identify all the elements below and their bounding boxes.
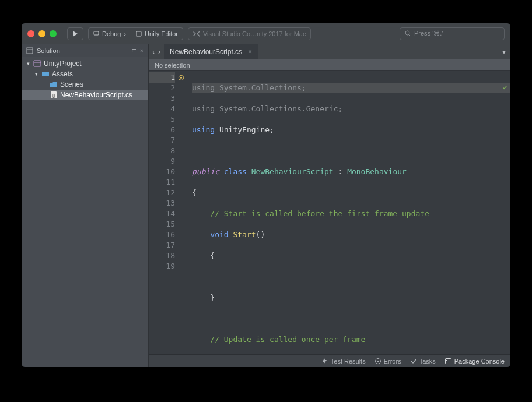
status-label: Errors	[384, 358, 401, 365]
line-number: 11	[149, 177, 175, 188]
chevron-right-icon: ›	[124, 30, 126, 37]
line-number: 6	[149, 125, 175, 135]
app-window: Debug › Unity Editor Visual Studio Co…ni…	[22, 23, 510, 367]
line-number: 16	[149, 230, 175, 240]
folder-icon	[41, 70, 50, 78]
search-icon	[405, 30, 411, 37]
breadcrumb-label: No selection	[155, 62, 190, 69]
line-number: 9	[149, 156, 175, 167]
editor-tab[interactable]: NewBehaviourScript.cs ×	[164, 44, 258, 59]
play-icon	[72, 31, 78, 37]
svg-line-7	[409, 34, 411, 36]
nav-back-button[interactable]: ‹	[152, 48, 155, 56]
nav-forward-button[interactable]: ›	[158, 48, 160, 56]
tab-overflow-button[interactable]: ▾	[498, 44, 510, 59]
target-selector[interactable]: Unity Editor	[131, 27, 183, 40]
tree-folder-scenes[interactable]: Scenes	[22, 79, 148, 90]
search-placeholder: Press '⌘.'	[414, 30, 443, 37]
tree-folder-label: Assets	[52, 70, 73, 78]
visualstudio-icon	[193, 31, 200, 37]
line-number: 19	[149, 261, 175, 271]
csharp-file-icon: {}	[50, 91, 58, 99]
check-icon	[411, 358, 416, 364]
status-package-console[interactable]: Package Console	[445, 358, 505, 365]
tree-file-script[interactable]: {} NewBehaviourScript.cs	[22, 90, 148, 100]
line-number: 5	[149, 114, 175, 125]
svg-rect-2	[95, 36, 97, 36]
statusbar: Test Results Errors Tasks Package Consol…	[149, 354, 510, 367]
code-text[interactable]: using System.Collections; using System.C…	[179, 71, 510, 354]
tree-file-label: NewBehaviourScript.cs	[60, 91, 132, 99]
pin-icon[interactable]: ⊏	[131, 47, 136, 54]
line-number: 3	[149, 93, 175, 104]
run-button[interactable]	[67, 27, 83, 40]
tree-project-row[interactable]: ▾ UnityProject	[22, 58, 148, 69]
line-number: 1⦿	[149, 72, 175, 83]
breadcrumb-bar[interactable]: No selection	[149, 59, 510, 71]
close-window-button[interactable]	[27, 30, 34, 37]
svg-rect-18	[445, 358, 451, 364]
twisty-icon: ▾	[33, 71, 39, 77]
config-selector[interactable]: Debug ›	[88, 27, 131, 40]
line-number: 13	[149, 198, 175, 209]
svg-rect-3	[136, 31, 141, 36]
bolt-icon	[322, 358, 328, 364]
device-icon	[93, 31, 99, 37]
folder-icon	[50, 80, 58, 89]
svg-marker-14	[323, 358, 327, 364]
line-number: 4	[149, 104, 175, 114]
line-number: 8	[149, 146, 175, 156]
svg-marker-0	[73, 31, 78, 37]
line-number: 2	[149, 83, 175, 93]
line-number: 10	[149, 167, 175, 177]
line-number: 12	[149, 188, 175, 198]
svg-rect-8	[27, 48, 33, 54]
tree-folder-label: Scenes	[60, 80, 83, 89]
tab-close-button[interactable]: ×	[248, 48, 252, 56]
svg-text:{}: {}	[52, 93, 55, 98]
line-number: 7	[149, 135, 175, 146]
search-box[interactable]: Press '⌘.'	[400, 27, 505, 40]
twisty-icon: ▾	[25, 61, 31, 66]
window-controls	[27, 30, 57, 37]
status-tasks[interactable]: Tasks	[411, 358, 436, 365]
tree-project-label: UnityProject	[44, 59, 82, 68]
app-body: Solution ⊏ × ▾ UnityProject ▾ Assets	[22, 44, 510, 367]
app-name-label: Visual Studio Co…nity 2017 for Mac	[203, 30, 306, 37]
svg-point-6	[405, 31, 410, 35]
titlebar: Debug › Unity Editor Visual Studio Co…ni…	[22, 23, 510, 44]
svg-marker-4	[193, 31, 196, 36]
panel-close-icon[interactable]: ×	[140, 47, 144, 54]
status-label: Test Results	[331, 358, 366, 365]
editor-tabbar: ‹ › NewBehaviourScript.cs × ▾	[149, 44, 510, 59]
app-name-pill: Visual Studio Co…nity 2017 for Mac	[188, 27, 312, 40]
nav-arrows: ‹ ›	[149, 44, 164, 59]
square-icon	[136, 31, 142, 37]
svg-marker-5	[197, 31, 200, 37]
editor-pane: ‹ › NewBehaviourScript.cs × ▾ No selecti…	[149, 44, 510, 367]
project-icon	[33, 59, 41, 68]
line-number: 17	[149, 240, 175, 251]
status-label: Tasks	[419, 358, 436, 365]
target-label: Unity Editor	[145, 30, 178, 37]
minimize-window-button[interactable]	[38, 30, 46, 37]
status-label: Package Console	[454, 358, 505, 365]
line-number: 15	[149, 219, 175, 230]
editor-tab-label: NewBehaviourScript.cs	[170, 48, 242, 56]
status-test-results[interactable]: Test Results	[322, 358, 366, 365]
svg-rect-1	[94, 31, 99, 35]
line-number: 14	[149, 209, 175, 219]
code-area[interactable]: 1⦿ 2 3 4 5 6 7 8 9 10 11 12 13 14 15 16	[149, 71, 510, 354]
solution-icon	[26, 47, 33, 54]
solution-panel-header: Solution ⊏ ×	[22, 44, 148, 57]
config-label: Debug	[102, 30, 121, 37]
run-config-group: Debug › Unity Editor	[88, 27, 183, 40]
solution-tree: ▾ UnityProject ▾ Assets Scenes {}	[22, 57, 148, 367]
tree-folder-assets[interactable]: ▾ Assets	[22, 69, 148, 79]
error-icon	[375, 358, 381, 364]
status-errors[interactable]: Errors	[375, 358, 401, 365]
console-icon	[445, 358, 452, 364]
svg-rect-10	[34, 61, 41, 66]
solution-sidebar: Solution ⊏ × ▾ UnityProject ▾ Assets	[22, 44, 149, 367]
zoom-window-button[interactable]	[50, 30, 57, 37]
